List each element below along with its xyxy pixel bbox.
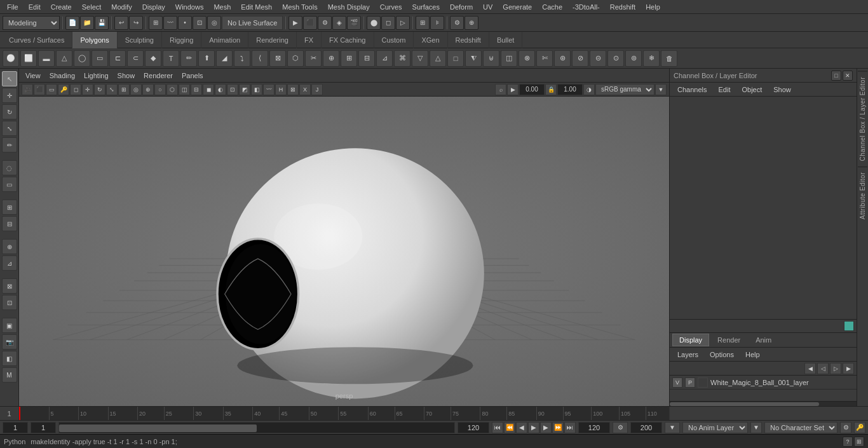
open-file-btn[interactable]: 📁 — [80, 16, 94, 30]
attr-val-btn[interactable]: ⊿ — [2, 255, 17, 271]
playback-settings-btn[interactable]: ⚙ — [613, 422, 628, 433]
dra-anim-tab[interactable]: Anim — [749, 334, 778, 346]
vp-ao-btn[interactable]: ◧ — [251, 84, 262, 95]
vp-shade1-btn[interactable]: ◼ — [203, 84, 214, 95]
undo-btn[interactable]: ↩ — [114, 16, 128, 30]
dra-render-tab[interactable]: Render — [710, 334, 747, 346]
cb-channels-menu[interactable]: Channels — [672, 85, 712, 95]
shelf-cylinder[interactable]: ▬ — [38, 50, 55, 67]
no-anim-layer-dropdown[interactable]: No Anim Layer — [682, 422, 748, 433]
menu-mesh-display[interactable]: Mesh Display — [323, 2, 374, 12]
char-set-settings-btn[interactable]: ⚙ — [840, 422, 851, 433]
vp-tex-btn[interactable]: ⊡ — [227, 84, 238, 95]
menu-redshift[interactable]: Redshift — [606, 2, 640, 12]
rect-select-btn[interactable]: ▭ — [2, 177, 17, 192]
vp-panels-menu[interactable]: Panels — [178, 71, 207, 81]
snap-to-view-btn[interactable]: ⊡ — [193, 16, 207, 30]
shelf-uv-sew[interactable]: ⊛ — [554, 50, 571, 67]
render-view-btn[interactable]: 🎬 — [347, 16, 361, 30]
shelf-smooth[interactable]: ⊿ — [376, 50, 393, 67]
playback-end-input[interactable] — [578, 422, 610, 433]
menu-deform[interactable]: Deform — [445, 2, 477, 12]
vp-sel-highlight-btn[interactable]: ◻ — [70, 84, 81, 95]
vp-playback-btn[interactable]: ▶ — [507, 84, 519, 95]
vp-pivot-btn[interactable]: ⊕ — [142, 84, 154, 95]
layers-options-menu-item[interactable]: Options — [705, 350, 739, 360]
shelf-remesh[interactable]: ⌘ — [394, 50, 410, 67]
vp-shading-menu[interactable]: Shading — [46, 71, 79, 81]
shelf-helix[interactable]: ⊂ — [127, 50, 144, 67]
snap-to-point-btn[interactable]: • — [178, 16, 192, 30]
render-preview-btn[interactable]: ▶ — [288, 16, 302, 30]
align-btn[interactable]: ⊟ — [2, 216, 17, 231]
shelf-extrude[interactable]: ⬆ — [198, 50, 215, 67]
vp-display-btn[interactable]: ⊟ — [191, 84, 202, 95]
shelf-plane[interactable]: ▭ — [92, 50, 108, 67]
vp-lock-btn[interactable]: 🔒 — [545, 84, 557, 95]
menu-select[interactable]: Select — [78, 2, 106, 12]
tab-rigging[interactable]: Rigging — [162, 32, 201, 48]
shelf-xform[interactable]: ⊚ — [625, 50, 642, 67]
vp-xray-btn[interactable]: X — [299, 84, 311, 95]
tab-sculpting[interactable]: Sculpting — [118, 32, 162, 48]
vert-tab-attribute-editor[interactable]: Attribute Editor — [858, 166, 867, 224]
shelf-uv-layout[interactable]: ⊝ — [590, 50, 606, 67]
shelf-pipe[interactable]: ⊏ — [109, 50, 126, 67]
deselect-btn[interactable]: ▷ — [396, 16, 410, 30]
menu-edit-mesh[interactable]: Edit Mesh — [236, 2, 276, 12]
vp-snap1-btn[interactable]: ⊞ — [118, 84, 130, 95]
hotbox-btn[interactable]: ⊕ — [465, 16, 478, 30]
maya-icon-btn[interactable]: M — [2, 367, 17, 383]
shelf-combine[interactable]: ⊞ — [341, 50, 357, 67]
vp-view-menu[interactable]: View — [22, 71, 44, 81]
tab-redshift[interactable]: Redshift — [448, 32, 489, 48]
grid-btn[interactable]: ⊞ — [416, 16, 430, 30]
timeline-ruler[interactable]: 5101520253035404550556065707580859095100… — [19, 407, 669, 420]
playback-end2-input[interactable] — [630, 422, 662, 433]
no-live-surface-btn[interactable]: No Live Surface — [222, 16, 283, 30]
vp-xray-joint-btn[interactable]: J — [311, 84, 323, 95]
symmetry-btn[interactable]: ⊧ — [430, 16, 444, 30]
vp-soft-btn[interactable]: ○ — [154, 84, 166, 95]
snap-together-btn[interactable]: ⊞ — [2, 200, 17, 215]
menu-modify[interactable]: Modify — [107, 2, 136, 12]
vp-show-menu[interactable]: Show — [114, 71, 139, 81]
shelf-sphere[interactable]: ⚪ — [3, 50, 19, 67]
rp-close-btn[interactable]: ✕ — [843, 71, 853, 81]
input-ops-btn[interactable]: ⬤ — [367, 16, 381, 30]
menu-generate[interactable]: Generate — [498, 2, 536, 12]
shelf-boolean[interactable]: ⊎ — [483, 50, 499, 67]
vp-key-btn[interactable]: 🔑 — [58, 84, 69, 95]
play-btn[interactable]: ▶ — [528, 422, 539, 433]
vp-colorspace-icon[interactable]: ◑ — [583, 84, 595, 95]
select-tool-btn[interactable]: ↖ — [2, 71, 17, 86]
region-render-btn[interactable]: ▣ — [2, 318, 17, 333]
tab-rendering[interactable]: Rendering — [248, 32, 297, 48]
rotate-tool-btn[interactable]: ↻ — [2, 104, 17, 119]
shelf-delete-history[interactable]: 🗑 — [661, 50, 677, 67]
vp-lighting-menu[interactable]: Lighting — [80, 71, 112, 81]
tab-animation[interactable]: Animation — [201, 32, 248, 48]
shelf-separate[interactable]: ⊟ — [358, 50, 375, 67]
paint-tool-btn[interactable]: ✏ — [2, 137, 17, 153]
shelf-connect[interactable]: ⊕ — [323, 50, 339, 67]
shaded-btn[interactable]: ⊡ — [2, 295, 17, 310]
snap-to-curve-btn[interactable]: 〰 — [163, 16, 177, 30]
shelf-uv-snapshot[interactable]: ⊙ — [607, 50, 624, 67]
vp-film-btn[interactable]: ⬛ — [34, 84, 45, 95]
menu-display[interactable]: Display — [138, 2, 170, 12]
rp-float-btn[interactable]: □ — [831, 71, 841, 81]
vp-snap2-btn[interactable]: ◎ — [130, 84, 142, 95]
tab-fx[interactable]: FX — [297, 32, 322, 48]
shelf-cube[interactable]: ⬜ — [20, 50, 37, 67]
vp-snap-btn[interactable]: ⌕ — [495, 84, 506, 95]
shelf-bridge[interactable]: ⊠ — [269, 50, 286, 67]
scale-tool-btn[interactable]: ⤡ — [2, 121, 17, 136]
shelf-uv-cut[interactable]: ✄ — [536, 50, 553, 67]
ipr-render-btn[interactable]: ⬛ — [303, 16, 317, 30]
auto-key-btn[interactable]: 🔑 — [854, 422, 865, 433]
shelf-pen[interactable]: ✏ — [180, 50, 197, 67]
menu-cache[interactable]: Cache — [538, 2, 567, 12]
vp-cam2-btn[interactable]: ◫ — [179, 84, 190, 95]
layers-scrollbar-thumb[interactable] — [670, 402, 819, 406]
